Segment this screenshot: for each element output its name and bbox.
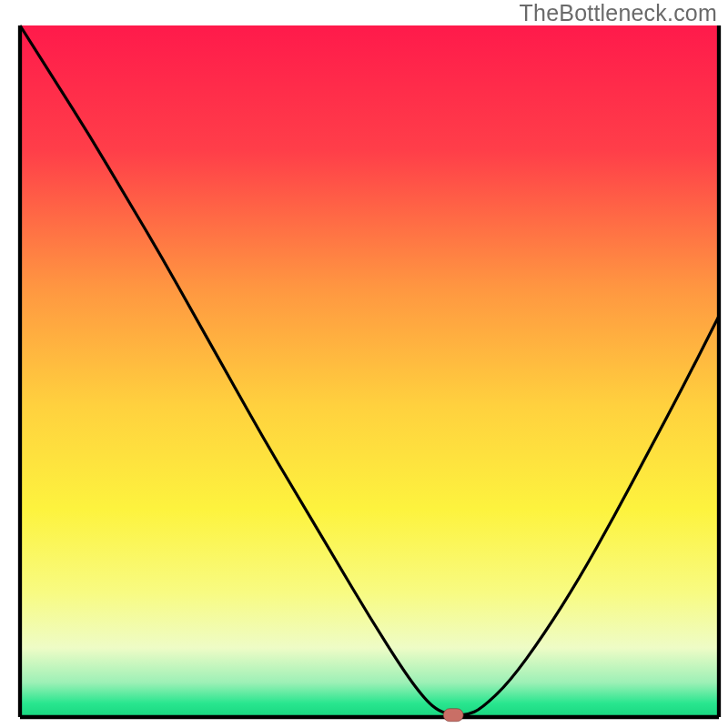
bottleneck-chart bbox=[0, 0, 728, 728]
plot-background bbox=[20, 25, 719, 717]
optimal-marker bbox=[443, 709, 463, 722]
watermark-label: TheBottleneck.com bbox=[520, 0, 717, 26]
chart-container: TheBottleneck.com bbox=[0, 0, 728, 728]
